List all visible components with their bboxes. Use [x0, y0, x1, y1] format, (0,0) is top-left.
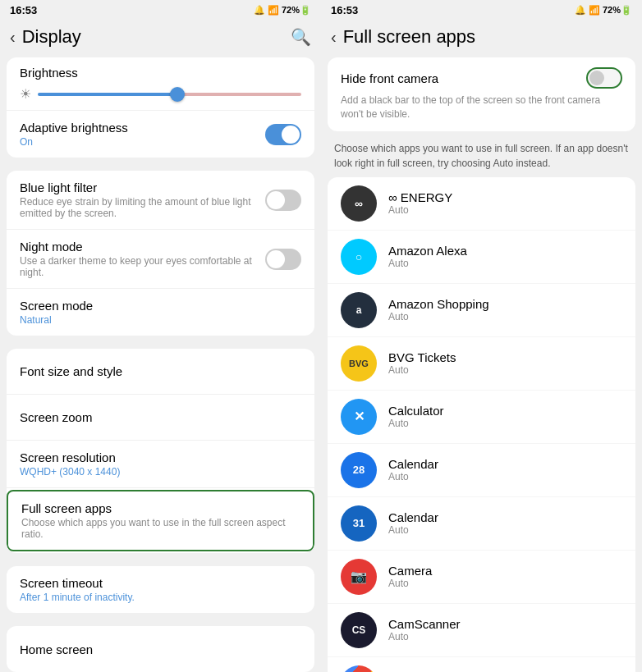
app-icon: ✕ — [341, 399, 377, 435]
status-icons-right: 🔔 📶 72%🔋 — [575, 5, 632, 16]
app-name: BVG Tickets — [388, 350, 622, 364]
font-zoom-card: Font size and style Screen zoom Screen r… — [7, 349, 314, 553]
app-info: Calculator Auto — [388, 404, 622, 429]
home-screen-row[interactable]: Home screen — [7, 626, 314, 672]
toggle-knob — [282, 126, 300, 144]
gap2 — [0, 339, 321, 345]
app-status: Auto — [388, 471, 622, 482]
back-button-right[interactable]: ‹ — [331, 28, 337, 47]
display-settings-card: Blue light filter Reduce eye strain by l… — [7, 171, 314, 336]
brightness-label: Brightness — [20, 66, 301, 80]
screen-mode-label: Screen mode — [20, 299, 301, 313]
signal-icon-right: 📶 — [589, 5, 600, 16]
screen-resolution-row[interactable]: Screen resolution WQHD+ (3040 x 1440) — [7, 441, 314, 488]
app-row[interactable]: CS CamScanner Auto — [328, 604, 635, 657]
app-row[interactable]: 📷 Camera Auto — [328, 551, 635, 604]
font-size-text: Font size and style — [20, 364, 301, 378]
alarm-icon-right: 🔔 — [575, 5, 586, 16]
blue-light-sublabel: Reduce eye strain by limiting the amount… — [20, 196, 265, 219]
app-icon-text: CS — [352, 624, 366, 636]
gap4 — [0, 616, 321, 623]
app-row[interactable]: 28 Calendar Auto — [328, 444, 635, 497]
app-icon-text: 31 — [353, 517, 365, 529]
app-row[interactable]: ✕ Calculator Auto — [328, 391, 635, 444]
screen-mode-row[interactable]: Screen mode Natural — [7, 289, 314, 336]
right-panel: 16:53 🔔 📶 72%🔋 ‹ Full screen apps Hide f… — [321, 0, 642, 672]
night-mode-toggle[interactable] — [265, 249, 301, 270]
font-size-row[interactable]: Font size and style — [7, 349, 314, 395]
blue-light-text: Blue light filter Reduce eye strain by l… — [20, 181, 265, 219]
screen-resolution-label: Screen resolution — [20, 450, 301, 464]
hide-camera-toggle[interactable] — [586, 67, 622, 89]
app-row[interactable]: 31 Calendar Auto — [328, 497, 635, 551]
screen-timeout-label: Screen timeout — [20, 576, 301, 590]
app-status: Auto — [388, 524, 622, 536]
blue-light-row[interactable]: Blue light filter Reduce eye strain by l… — [7, 171, 314, 230]
blue-light-label: Blue light filter — [20, 181, 265, 194]
app-row[interactable]: Chrome Auto — [328, 657, 635, 672]
app-row[interactable]: BVG BVG Tickets Auto — [328, 337, 635, 391]
app-status: Auto — [388, 631, 622, 642]
home-screen-card: Home screen — [7, 626, 314, 672]
adaptive-brightness-row: Adaptive brightness On — [7, 111, 314, 158]
app-icon: 28 — [341, 452, 377, 488]
font-size-label: Font size and style — [20, 364, 301, 378]
hide-camera-section: Hide front camera Add a black bar to the… — [328, 57, 635, 131]
blue-light-toggle[interactable] — [265, 190, 301, 211]
right-header: ‹ Full screen apps — [321, 20, 642, 54]
time-right: 16:53 — [331, 4, 358, 16]
brightness-slider[interactable] — [38, 93, 301, 96]
screen-timeout-card: Screen timeout After 1 minute of inactiv… — [7, 566, 314, 613]
app-name: Calendar — [388, 510, 622, 524]
screen-timeout-text: Screen timeout After 1 minute of inactiv… — [20, 576, 301, 603]
search-button[interactable]: 🔍 — [291, 27, 311, 47]
app-name: CamScanner — [388, 617, 622, 631]
screen-timeout-row[interactable]: Screen timeout After 1 minute of inactiv… — [7, 566, 314, 613]
screen-timeout-sublabel: After 1 minute of inactivity. — [20, 592, 301, 603]
screen-zoom-row[interactable]: Screen zoom — [7, 395, 314, 441]
app-icon: a — [341, 292, 377, 328]
slider-thumb[interactable] — [170, 87, 185, 102]
app-name: Calendar — [388, 457, 622, 471]
right-scroll-content: Hide front camera Add a black bar to the… — [321, 54, 642, 672]
toggle-knob-bl — [267, 191, 285, 209]
adaptive-brightness-text: Adaptive brightness On — [20, 121, 265, 148]
app-status: Auto — [388, 258, 622, 269]
app-name: Amazon Shopping — [388, 297, 622, 311]
app-row[interactable]: ∞ ∞ ENERGY Auto — [328, 177, 635, 231]
app-icon: ∞ — [341, 185, 377, 222]
screen-mode-sublabel: Natural — [20, 314, 301, 326]
full-screen-apps-row[interactable]: Full screen apps Choose which apps you w… — [7, 490, 314, 551]
page-title-right: Full screen apps — [343, 26, 632, 48]
app-row[interactable]: a Amazon Shopping Auto — [328, 284, 635, 337]
app-icon: ○ — [341, 239, 377, 275]
app-status: Auto — [388, 311, 622, 322]
home-screen-label: Home screen — [20, 642, 301, 656]
app-info: BVG Tickets Auto — [388, 350, 622, 376]
toggle-outlined-knob — [589, 71, 604, 85]
back-button-left[interactable]: ‹ — [10, 28, 16, 47]
screen-mode-text: Screen mode Natural — [20, 299, 301, 326]
screen-zoom-label: Screen zoom — [20, 410, 301, 424]
home-screen-text: Home screen — [20, 642, 301, 656]
app-icon: 31 — [341, 505, 377, 542]
status-bar-right: 16:53 🔔 📶 72%🔋 — [321, 0, 642, 20]
app-list: ∞ ∞ ENERGY Auto ○ Amazon Alexa Auto a Am… — [328, 177, 635, 672]
battery-icon-right: 72%🔋 — [603, 5, 632, 16]
app-info: Calendar Auto — [388, 457, 622, 482]
gap1 — [0, 161, 321, 167]
app-row[interactable]: ○ Amazon Alexa Auto — [328, 231, 635, 284]
left-scroll-content: Brightness ☀ Adaptive brightness On — [0, 54, 321, 672]
status-icons-left: 🔔 📶 72%🔋 — [254, 5, 311, 16]
hide-camera-label: Hide front camera — [341, 71, 438, 85]
choose-text: Choose which apps you want to use in ful… — [321, 135, 642, 174]
app-info: Amazon Alexa Auto — [388, 244, 622, 269]
night-mode-row[interactable]: Night mode Use a darker theme to keep yo… — [7, 230, 314, 289]
app-icon-text: BVG — [349, 359, 369, 368]
app-icon-text: 28 — [353, 464, 365, 476]
adaptive-brightness-sublabel: On — [20, 136, 265, 148]
toggle-knob-nm — [267, 250, 285, 268]
app-icon-text: ○ — [355, 250, 362, 263]
app-icon-text: a — [356, 304, 362, 316]
adaptive-brightness-toggle[interactable] — [265, 124, 301, 145]
